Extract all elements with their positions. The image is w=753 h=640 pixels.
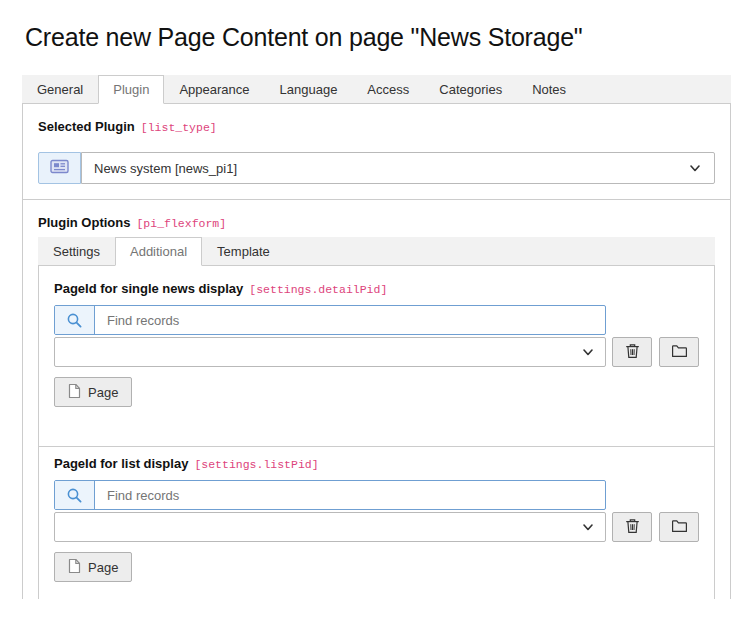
list-pid-label-row: PageId for list display[settings.listPid… xyxy=(54,456,699,472)
selected-plugin-label-row: Selected Plugin[list_type] xyxy=(38,119,715,135)
detail-pid-search-group xyxy=(54,305,606,335)
list-pid-field-group: PageId for list display[settings.listPid… xyxy=(39,446,714,582)
plugin-options-section: Plugin Options[pi_flexform] Settings Add… xyxy=(23,199,730,599)
tab-access[interactable]: Access xyxy=(352,75,424,104)
newspaper-plugin-icon xyxy=(50,159,69,178)
list-pid-selected-list[interactable] xyxy=(54,512,606,542)
detail-pid-label-row: PageId for single news display[settings.… xyxy=(54,281,699,297)
tab-appearance[interactable]: Appearance xyxy=(164,75,264,104)
list-pid-label: PageId for list display xyxy=(54,456,188,471)
detail-pid-field-group: PageId for single news display[settings.… xyxy=(54,281,699,407)
subtab-additional[interactable]: Additional xyxy=(115,237,202,266)
list-pid-select-row xyxy=(54,512,699,542)
page-button-label: Page xyxy=(88,560,118,575)
delete-record-button[interactable] xyxy=(612,512,652,542)
detail-pid-selected-list[interactable] xyxy=(54,337,606,367)
tab-notes[interactable]: Notes xyxy=(517,75,581,104)
selected-plugin-select[interactable]: News system [news_pi1] xyxy=(81,152,715,184)
plugin-options-label-row: Plugin Options[pi_flexform] xyxy=(38,215,715,231)
add-page-record-button[interactable]: Page xyxy=(54,377,132,407)
selected-plugin-label: Selected Plugin xyxy=(38,119,135,134)
search-icon xyxy=(55,306,95,334)
list-pid-key: [settings.listPid] xyxy=(194,458,318,471)
selected-plugin-value: News system [news_pi1] xyxy=(94,161,237,176)
chevron-down-icon xyxy=(688,161,702,175)
subtab-template[interactable]: Template xyxy=(202,237,285,266)
list-pid-search-input[interactable] xyxy=(95,481,605,509)
page-title: Create new Page Content on page "News St… xyxy=(25,22,753,52)
chevron-down-icon xyxy=(581,520,595,534)
list-pid-search-group xyxy=(54,480,606,510)
add-page-record-button[interactable]: Page xyxy=(54,552,132,582)
detail-pid-label: PageId for single news display xyxy=(54,281,243,296)
folder-icon xyxy=(671,519,688,536)
tab-categories[interactable]: Categories xyxy=(424,75,517,104)
main-tab-bar: General Plugin Appearance Language Acces… xyxy=(22,75,731,104)
browse-records-button[interactable] xyxy=(659,337,699,367)
folder-icon xyxy=(671,344,688,361)
tab-language[interactable]: Language xyxy=(265,75,353,104)
flexform-tab-bar: Settings Additional Template xyxy=(38,237,715,266)
detail-pid-select-row xyxy=(54,337,699,367)
search-icon xyxy=(55,481,95,509)
plugin-options-label: Plugin Options xyxy=(38,215,130,230)
detail-pid-key: [settings.detailPid] xyxy=(249,283,387,296)
tab-plugin[interactable]: Plugin xyxy=(98,75,164,104)
tab-general[interactable]: General xyxy=(22,75,98,104)
browse-records-button[interactable] xyxy=(659,512,699,542)
page-file-icon xyxy=(68,558,81,577)
plugin-tab-panel: Selected Plugin[list_type] xyxy=(22,104,731,599)
subtab-settings[interactable]: Settings xyxy=(38,237,115,266)
selected-plugin-section: Selected Plugin[list_type] xyxy=(23,104,730,199)
page-file-icon xyxy=(68,383,81,402)
detail-pid-search-input[interactable] xyxy=(95,306,605,334)
selected-plugin-key: [list_type] xyxy=(141,121,217,134)
plugin-type-addon xyxy=(38,152,81,184)
trash-icon xyxy=(625,343,640,362)
plugin-options-key: [pi_flexform] xyxy=(136,217,226,230)
chevron-down-icon xyxy=(581,345,595,359)
record-edit-form: General Plugin Appearance Language Acces… xyxy=(22,75,731,599)
delete-record-button[interactable] xyxy=(612,337,652,367)
trash-icon xyxy=(625,518,640,537)
page-button-label: Page xyxy=(88,385,118,400)
flexform-additional-panel: PageId for single news display[settings.… xyxy=(38,266,715,599)
selected-plugin-input-group: News system [news_pi1] xyxy=(38,152,715,184)
